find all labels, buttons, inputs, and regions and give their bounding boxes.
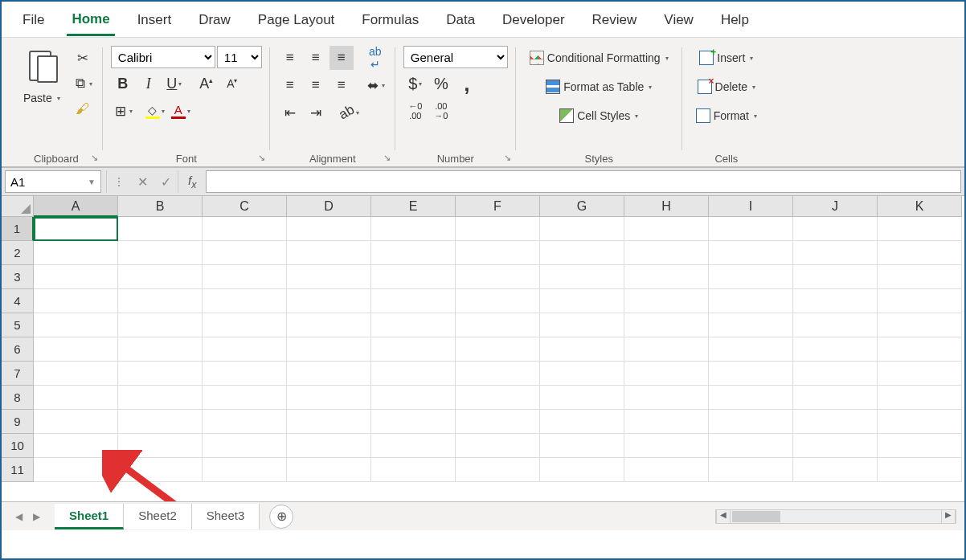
cell-D9[interactable] [287, 410, 371, 434]
cell-I11[interactable] [709, 458, 793, 482]
cell-H11[interactable] [624, 458, 709, 482]
cell-G10[interactable] [540, 434, 624, 458]
cell-J3[interactable] [793, 265, 878, 289]
column-header-E[interactable]: E [371, 196, 456, 217]
cell-G11[interactable] [540, 458, 624, 482]
cell-C5[interactable] [203, 313, 287, 337]
align-left-button[interactable]: ≡ [278, 73, 302, 97]
cell-E4[interactable] [371, 289, 456, 313]
cell-F1[interactable] [456, 217, 540, 241]
cell-F3[interactable] [456, 265, 540, 289]
cell-H3[interactable] [624, 265, 709, 289]
cell-D2[interactable] [287, 241, 371, 265]
tab-home[interactable]: Home [67, 8, 114, 36]
column-header-F[interactable]: F [456, 196, 540, 217]
cell-F6[interactable] [456, 337, 540, 362]
cell-B2[interactable] [118, 241, 203, 265]
cell-I8[interactable] [709, 386, 793, 410]
cell-K3[interactable] [878, 265, 962, 289]
cell-K6[interactable] [878, 337, 962, 362]
currency-button[interactable]: $ [403, 72, 428, 96]
conditional-formatting-button[interactable]: Conditional Formatting [524, 46, 674, 70]
cell-D3[interactable] [287, 265, 371, 289]
cell-C6[interactable] [203, 337, 287, 362]
cell-G1[interactable] [540, 217, 624, 241]
cell-C10[interactable] [203, 434, 287, 458]
format-as-table-button[interactable]: Format as Table [524, 75, 674, 99]
percent-button[interactable]: % [429, 72, 453, 96]
align-middle-button[interactable]: ≡ [304, 46, 328, 70]
cell-D11[interactable] [287, 458, 371, 482]
cell-A1[interactable] [34, 217, 118, 241]
cell-J6[interactable] [793, 337, 878, 362]
tab-help[interactable]: Help [716, 9, 754, 35]
borders-button[interactable]: ⊞ [111, 99, 135, 123]
name-box[interactable]: A1▼ [5, 170, 101, 193]
row-header-9[interactable]: 9 [2, 410, 34, 434]
cell-E2[interactable] [371, 241, 456, 265]
cell-C7[interactable] [203, 362, 287, 386]
cell-H4[interactable] [624, 289, 709, 313]
row-header-5[interactable]: 5 [2, 313, 34, 337]
row-header-1[interactable]: 1 [2, 217, 34, 241]
cell-K1[interactable] [878, 217, 962, 241]
cell-A7[interactable] [34, 362, 118, 386]
cell-H6[interactable] [624, 337, 709, 362]
format-cells-button[interactable]: Format [690, 104, 763, 128]
cell-C1[interactable] [203, 217, 287, 241]
tab-insert[interactable]: Insert [133, 9, 177, 35]
cell-F2[interactable] [456, 241, 540, 265]
cell-F10[interactable] [456, 434, 540, 458]
column-header-C[interactable]: C [203, 196, 287, 217]
sheet-nav-prev[interactable]: ◀ [10, 508, 27, 525]
cell-B7[interactable] [118, 362, 203, 386]
cell-B10[interactable] [118, 434, 203, 458]
tab-page-layout[interactable]: Page Layout [253, 9, 339, 35]
row-header-7[interactable]: 7 [2, 362, 34, 386]
cell-B11[interactable] [118, 458, 203, 482]
column-header-D[interactable]: D [287, 196, 371, 217]
cell-J4[interactable] [793, 289, 878, 313]
row-header-4[interactable]: 4 [2, 289, 34, 313]
cell-H10[interactable] [624, 434, 709, 458]
cell-J11[interactable] [793, 458, 878, 482]
column-header-G[interactable]: G [540, 196, 624, 217]
cancel-icon[interactable]: ✕ [137, 174, 148, 190]
cell-E5[interactable] [371, 313, 456, 337]
comma-button[interactable]: , [455, 72, 479, 96]
cell-A6[interactable] [34, 337, 118, 362]
insert-cells-button[interactable]: Insert [690, 46, 763, 70]
column-header-H[interactable]: H [624, 196, 709, 217]
align-top-button[interactable]: ≡ [278, 46, 302, 70]
sheet-tab-sheet2[interactable]: Sheet2 [124, 504, 192, 529]
column-header-I[interactable]: I [709, 196, 793, 217]
paste-icon[interactable] [26, 46, 58, 84]
cell-B9[interactable] [118, 410, 203, 434]
delete-cells-button[interactable]: Delete [690, 75, 763, 99]
cell-D8[interactable] [287, 386, 371, 410]
row-header-3[interactable]: 3 [2, 265, 34, 289]
cell-E8[interactable] [371, 386, 456, 410]
cell-I9[interactable] [709, 410, 793, 434]
increase-indent-button[interactable]: ⇥ [304, 100, 328, 125]
font-size-select[interactable]: 11 [217, 46, 262, 68]
cell-F5[interactable] [456, 313, 540, 337]
select-all-corner[interactable] [2, 196, 34, 217]
cell-D4[interactable] [287, 289, 371, 313]
cell-J1[interactable] [793, 217, 878, 241]
cell-H8[interactable] [624, 386, 709, 410]
cell-D6[interactable] [287, 337, 371, 362]
cell-C11[interactable] [203, 458, 287, 482]
cell-I3[interactable] [709, 265, 793, 289]
cell-C9[interactable] [203, 410, 287, 434]
cell-B6[interactable] [118, 337, 203, 362]
cell-G8[interactable] [540, 386, 624, 410]
cell-K8[interactable] [878, 386, 962, 410]
add-sheet-button[interactable]: ⊕ [269, 505, 293, 529]
cell-E7[interactable] [371, 362, 456, 386]
cell-I4[interactable] [709, 289, 793, 313]
cell-B3[interactable] [118, 265, 203, 289]
cell-E11[interactable] [371, 458, 456, 482]
cell-J10[interactable] [793, 434, 878, 458]
number-format-select[interactable]: General [403, 46, 508, 68]
